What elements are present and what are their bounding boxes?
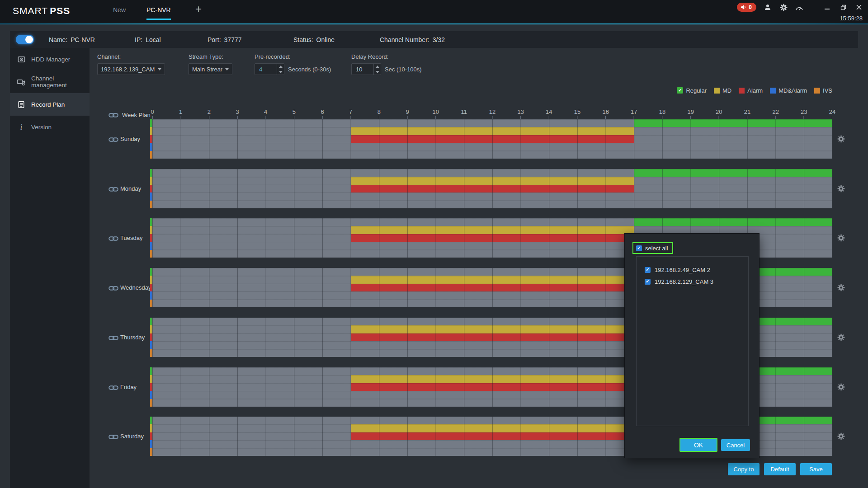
- subrow-regular: [152, 218, 832, 226]
- titlebar-icons: 0: [737, 3, 863, 12]
- row-settings-gear-icon[interactable]: [837, 234, 845, 242]
- row-settings-gear-icon[interactable]: [837, 383, 845, 391]
- gear-icon[interactable]: [779, 3, 788, 12]
- spinner-down-icon[interactable]: [374, 69, 381, 75]
- subrow-regular: [152, 119, 832, 127]
- checkbox-checked-icon[interactable]: ✓: [645, 279, 651, 285]
- hour-tick-label: 3: [236, 108, 239, 115]
- legend-label: IVS: [823, 87, 832, 94]
- speaker-icon: [741, 5, 746, 10]
- legend-swatch-md-alarm: [770, 88, 776, 94]
- add-tab-button[interactable]: +: [195, 4, 202, 14]
- schedule-bar-monday[interactable]: [152, 169, 832, 208]
- legend-item-alarm[interactable]: Alarm: [739, 87, 763, 94]
- hour-tick-label: 0: [151, 108, 154, 115]
- user-icon[interactable]: [763, 3, 772, 12]
- day-label-wednesday: Wednesday: [120, 284, 151, 291]
- legend-label: MD&Alarm: [778, 87, 807, 94]
- delay-record-value: 10: [352, 66, 373, 73]
- sidebar: HDD ManagerChannel managementRecord Plan…: [10, 48, 90, 488]
- default-button[interactable]: Default: [764, 463, 796, 475]
- copy-to-button[interactable]: Copy to: [728, 463, 760, 475]
- sidebar-item-channel-management[interactable]: Channel management: [10, 70, 90, 93]
- legend-swatch-alarm: [739, 88, 745, 94]
- band-alarm: [351, 135, 634, 143]
- close-icon[interactable]: [854, 3, 863, 12]
- channel-list-item[interactable]: ✓192.168.2.129_CAM 3: [637, 276, 748, 287]
- subrow-md_alarm: [152, 192, 832, 200]
- row-settings-gear-icon[interactable]: [837, 333, 845, 341]
- minimize-icon[interactable]: [823, 3, 832, 12]
- hour-tick-label: 13: [517, 108, 524, 115]
- app-logo: SMARTPSS: [13, 5, 70, 16]
- stream-type-select[interactable]: Main Stream: [189, 63, 232, 75]
- restore-icon[interactable]: [839, 3, 848, 12]
- hour-tick-label: 1: [179, 108, 182, 115]
- record-type-legend: ✓RegularMDAlarmMD&AlarmIVS: [152, 86, 832, 95]
- legend-item-regular[interactable]: ✓Regular: [677, 87, 707, 94]
- subrow-md: [152, 177, 832, 184]
- hdd-icon: [17, 55, 26, 64]
- hour-tick-label: 15: [574, 108, 580, 115]
- link-icon[interactable]: [108, 433, 118, 439]
- link-icon[interactable]: [108, 235, 118, 240]
- band-alarm: [351, 185, 634, 192]
- hour-tick-label: 12: [489, 108, 495, 115]
- link-icon[interactable]: [108, 285, 118, 290]
- row-settings-gear-icon[interactable]: [837, 432, 845, 440]
- sidebar-item-hdd-manager[interactable]: HDD Manager: [10, 48, 90, 70]
- info-icon: i: [17, 122, 26, 131]
- delay-record-input[interactable]: 10: [351, 63, 381, 75]
- schedule-bar-sunday[interactable]: [152, 119, 832, 159]
- device-info-bar: Name:PC-NVR IP:Local Port:37777 Status:O…: [10, 31, 858, 48]
- row-settings-gear-icon[interactable]: [837, 135, 845, 143]
- link-icon: [108, 113, 118, 118]
- dashboard-gauge-icon[interactable]: [795, 3, 804, 12]
- link-icon[interactable]: [108, 136, 118, 141]
- channel-item-label: 192.168.2.49_CAM 2: [655, 267, 710, 273]
- tab-bar: NewPC-NVR: [113, 0, 171, 20]
- cancel-button[interactable]: Cancel: [721, 439, 750, 451]
- link-icon[interactable]: [108, 334, 118, 340]
- hour-tick-label: 5: [292, 108, 296, 115]
- hour-tick-label: 22: [772, 108, 778, 115]
- chevron-down-icon: [225, 68, 229, 70]
- link-icon[interactable]: [108, 186, 118, 191]
- legend-item-ivs[interactable]: IVS: [814, 87, 832, 94]
- legend-label: Regular: [686, 87, 707, 94]
- subrow-md: [152, 127, 832, 135]
- alarm-badge[interactable]: 0: [737, 3, 756, 12]
- alarm-count: 0: [749, 4, 752, 10]
- hour-tick-label: 7: [349, 108, 352, 115]
- hour-tick-label: 17: [631, 108, 637, 115]
- device-enable-toggle[interactable]: [16, 35, 34, 44]
- device-port: Port:37777: [208, 31, 242, 48]
- save-button[interactable]: Save: [800, 463, 832, 475]
- day-label-sunday: Sunday: [120, 136, 140, 142]
- hour-tick-label: 20: [716, 108, 722, 115]
- channel-select[interactable]: 192.168.2.139_CAM 1: [97, 63, 165, 75]
- legend-item-md[interactable]: MD: [714, 87, 731, 94]
- spinner-up-icon[interactable]: [374, 64, 381, 69]
- spinner-down-icon[interactable]: [277, 69, 284, 75]
- sidebar-item-version[interactable]: iVersion: [10, 116, 90, 138]
- tab-new[interactable]: New: [113, 0, 126, 20]
- legend-item-md-alarm[interactable]: MD&Alarm: [770, 87, 807, 94]
- tab-pc-nvr[interactable]: PC-NVR: [146, 0, 171, 20]
- pre-recorded-input[interactable]: 4: [255, 63, 284, 75]
- hour-tick-label: 18: [659, 108, 665, 115]
- row-settings-gear-icon[interactable]: [837, 284, 845, 291]
- checkbox-checked-icon[interactable]: ✓: [645, 267, 651, 273]
- toggle-knob: [25, 36, 33, 43]
- hour-tick-label: 6: [321, 108, 324, 115]
- spinner-up-icon[interactable]: [277, 64, 284, 69]
- sidebar-item-label: Version: [31, 124, 52, 131]
- sidebar-item-record-plan[interactable]: Record Plan: [10, 93, 90, 116]
- link-icon[interactable]: [108, 384, 118, 389]
- ok-button[interactable]: OK: [679, 438, 717, 452]
- sidebar-item-label: Record Plan: [31, 101, 65, 108]
- select-all-checkbox[interactable]: ✓ select all: [632, 242, 673, 254]
- titlebar: SMARTPSS NewPC-NVR + 0: [0, 0, 868, 24]
- row-settings-gear-icon[interactable]: [837, 185, 845, 192]
- channel-list-item[interactable]: ✓192.168.2.49_CAM 2: [637, 264, 748, 276]
